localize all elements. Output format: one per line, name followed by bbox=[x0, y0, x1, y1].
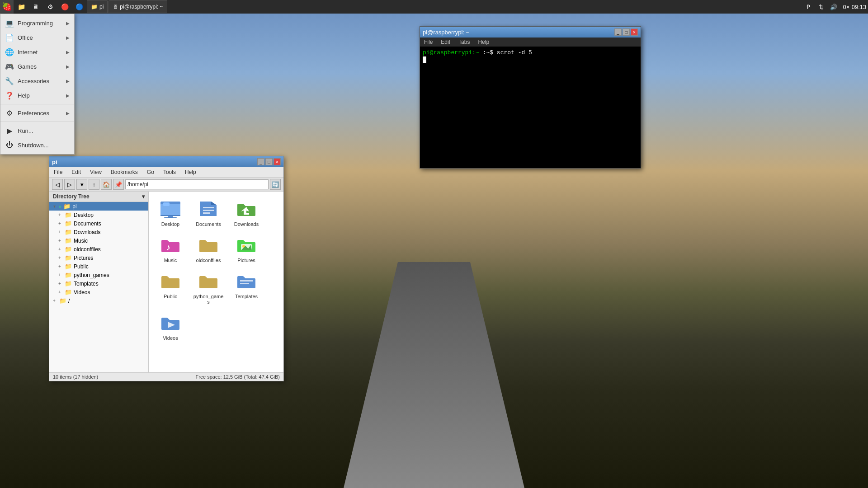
pi-window-button[interactable]: 📁 pi bbox=[87, 0, 108, 13]
fm-close-button[interactable]: × bbox=[274, 158, 281, 165]
tree-expand-documents: + bbox=[57, 221, 63, 226]
term-command: scrot -d 5 bbox=[497, 49, 532, 56]
games-label: Games bbox=[18, 63, 37, 70]
file-item-music[interactable]: ♪ Music bbox=[152, 231, 189, 266]
tree-expand-desktop: + bbox=[57, 212, 63, 217]
road-decoration bbox=[344, 262, 524, 488]
internet-arrow: ▶ bbox=[66, 50, 70, 55]
menu-item-internet[interactable]: 🌐 Internet ▶ bbox=[0, 45, 74, 59]
fm-title: pi bbox=[52, 159, 57, 165]
office-icon: 📄 bbox=[5, 33, 14, 42]
games-arrow: ▶ bbox=[66, 64, 70, 69]
term-menu-help[interactable]: Help bbox=[476, 38, 491, 46]
term-content[interactable]: pi@raspberrypi:~ :~$ scrot -d 5 bbox=[420, 47, 641, 168]
file-item-pictures[interactable]: Pictures bbox=[228, 231, 264, 266]
terminal-window: pi@raspberrypi: ~ _ □ × File Edit Tabs H… bbox=[420, 26, 641, 169]
fm-body: Directory Tree ▾ ▾ ● 📁 pi + 📁 Desktop + bbox=[49, 192, 283, 372]
file-item-oldconffiles[interactable]: oldconffiles bbox=[190, 231, 226, 266]
file-item-public[interactable]: Public bbox=[152, 267, 189, 307]
preferences-arrow: ▶ bbox=[66, 111, 70, 116]
start-button[interactable]: 🍓 bbox=[0, 0, 14, 14]
file-item-videos[interactable]: Videos bbox=[152, 309, 189, 343]
office-label: Office bbox=[18, 34, 33, 41]
tree-expand-root: + bbox=[51, 298, 57, 303]
menu-item-programming[interactable]: 💻 Programming ▶ bbox=[0, 16, 74, 30]
terminal-window-button[interactable]: 🖥 pi@raspberrypi: ~ bbox=[108, 0, 167, 13]
svg-rect-16 bbox=[240, 283, 249, 284]
fm-home-button[interactable]: 🏠 bbox=[101, 179, 112, 190]
menu-item-help[interactable]: ❓ Help ▶ bbox=[0, 88, 74, 103]
menu-item-preferences[interactable]: ⚙ Preferences ▶ bbox=[0, 106, 74, 120]
chromium-taskbar-icon[interactable]: 🔴 bbox=[58, 0, 71, 14]
settings-taskbar-icon[interactable]: ⚙ bbox=[43, 0, 57, 14]
menu-item-shutdown[interactable]: ⏻ Shutdown... bbox=[0, 138, 74, 152]
fm-menu-tools[interactable]: Tools bbox=[161, 168, 178, 176]
fm-up-button[interactable]: ↑ bbox=[89, 179, 99, 190]
fm-sidebar-toggle[interactable]: ▾ bbox=[142, 193, 145, 200]
tree-item-pictures[interactable]: + 📁 Pictures bbox=[49, 253, 148, 262]
term-menu-edit[interactable]: Edit bbox=[439, 38, 452, 46]
fm-location-button[interactable]: 📌 bbox=[113, 179, 124, 190]
pi-window-label: pi bbox=[99, 4, 104, 10]
tree-item-oldconffiles[interactable]: + 📁 oldconffiles bbox=[49, 245, 148, 253]
menu-item-games[interactable]: 🎮 Games ▶ bbox=[0, 59, 74, 74]
file-item-python-games[interactable]: python_games bbox=[190, 267, 226, 307]
fm-menu-go[interactable]: Go bbox=[145, 168, 156, 176]
tree-item-music[interactable]: + 📁 Music bbox=[49, 236, 148, 245]
tree-label-python-games: python_games bbox=[74, 272, 109, 278]
term-menu-tabs[interactable]: Tabs bbox=[457, 38, 471, 46]
file-manager-window: pi _ □ × File Edit View Bookmarks Go Too… bbox=[49, 156, 284, 381]
menu-item-accessories[interactable]: 🔧 Accessories ▶ bbox=[0, 74, 74, 88]
videos-folder-icon bbox=[160, 312, 181, 333]
volume-icon[interactable]: 🔊 bbox=[828, 1, 839, 12]
tree-item-downloads[interactable]: + 📁 Downloads bbox=[49, 228, 148, 236]
desktop: 🍓 📁 🖥 ⚙ 🔴 🔵 📁 pi 🖥 pi@raspberrypi: ~ Ᵽ ⇅… bbox=[0, 0, 868, 488]
term-close-button[interactable]: × bbox=[631, 28, 638, 36]
public-folder-icon bbox=[160, 270, 181, 292]
fm-minimize-button[interactable]: _ bbox=[257, 158, 264, 165]
tree-expand-templates: + bbox=[57, 281, 63, 286]
fm-refresh-button[interactable]: 🔄 bbox=[270, 179, 281, 190]
fm-menu-edit[interactable]: Edit bbox=[70, 168, 83, 176]
tree-item-root[interactable]: + 📁 / bbox=[49, 296, 148, 305]
menu-item-office[interactable]: 📄 Office ▶ bbox=[0, 30, 74, 45]
fm-menu-file[interactable]: File bbox=[52, 168, 64, 176]
file-item-downloads[interactable]: Downloads bbox=[228, 195, 264, 230]
tree-item-pi[interactable]: ▾ ● 📁 pi bbox=[49, 202, 148, 211]
file-item-documents[interactable]: Documents bbox=[190, 195, 226, 230]
fm-forward-button[interactable]: ▷ bbox=[64, 179, 75, 190]
tree-item-desktop[interactable]: + 📁 Desktop bbox=[49, 211, 148, 219]
fm-path-input[interactable] bbox=[125, 179, 269, 189]
svg-rect-8 bbox=[203, 212, 210, 214]
fm-forward-dropdown[interactable]: ▾ bbox=[76, 179, 87, 190]
term-maximize-button[interactable]: □ bbox=[623, 28, 630, 36]
fm-menu-view[interactable]: View bbox=[88, 168, 104, 176]
network-icon[interactable]: ⇅ bbox=[816, 1, 826, 12]
python-games-folder-icon bbox=[198, 270, 219, 292]
tree-item-documents[interactable]: + 📁 Documents bbox=[49, 219, 148, 228]
music-folder-icon: ♪ bbox=[160, 234, 181, 256]
menu-item-run[interactable]: ▶ Run... bbox=[0, 123, 74, 138]
fm-maximize-button[interactable]: □ bbox=[265, 158, 273, 165]
terminal-taskbar-icon[interactable]: 🖥 bbox=[29, 0, 42, 14]
term-minimize-button[interactable]: _ bbox=[614, 28, 622, 36]
tree-item-videos[interactable]: + 📁 Videos bbox=[49, 288, 148, 296]
fm-back-button[interactable]: ◁ bbox=[52, 179, 63, 190]
tree-expand-pi: ▾ bbox=[51, 204, 57, 209]
tree-item-templates[interactable]: + 📁 Templates bbox=[49, 279, 148, 288]
fm-menu-bookmarks[interactable]: Bookmarks bbox=[109, 168, 140, 176]
shutdown-label: Shutdown... bbox=[18, 142, 49, 149]
term-menubar: File Edit Tabs Help bbox=[420, 38, 641, 47]
tree-item-public[interactable]: + 📁 Public bbox=[49, 262, 148, 271]
tree-item-python-games[interactable]: + 📁 python_games bbox=[49, 271, 148, 279]
preferences-icon: ⚙ bbox=[5, 108, 14, 117]
file-item-desktop[interactable]: Desktop bbox=[152, 195, 189, 230]
tree-label-videos: Videos bbox=[74, 289, 90, 296]
term-menu-file[interactable]: File bbox=[423, 38, 434, 46]
bluetooth-icon[interactable]: Ᵽ bbox=[803, 1, 814, 12]
filemanager-taskbar-icon[interactable]: 📁 bbox=[14, 0, 28, 14]
file-item-templates[interactable]: Templates bbox=[228, 267, 264, 307]
accessories-icon: 🔧 bbox=[5, 76, 14, 85]
fm-menu-help[interactable]: Help bbox=[183, 168, 198, 176]
scratch-taskbar-icon[interactable]: 🔵 bbox=[72, 0, 86, 14]
